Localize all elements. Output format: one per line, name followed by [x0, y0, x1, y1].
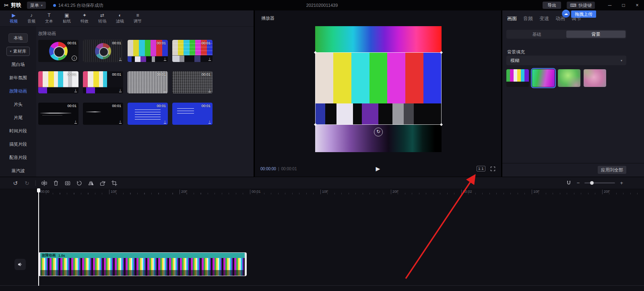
ruler-label: 00:02	[461, 190, 472, 194]
clip-selection-box[interactable]	[315, 52, 442, 125]
category-local[interactable]: 本地	[0, 31, 36, 45]
inspector-tab-audio[interactable]: 音频	[523, 15, 533, 22]
download-icon[interactable]: ↓	[74, 119, 77, 124]
subtab-basic[interactable]: 基础	[507, 31, 566, 38]
media-tab-transition[interactable]: ⇄转场	[93, 10, 111, 27]
media-item-6[interactable]: 00:01↓	[83, 71, 123, 93]
media-tab-adjust[interactable]: ≡调节	[129, 10, 147, 27]
media-item-1[interactable]: 00:01↓	[38, 40, 78, 62]
media-tab-label: 特效	[80, 19, 89, 24]
download-icon[interactable]: ↓	[119, 88, 122, 92]
media-item-2[interactable]: 00:01↓	[83, 40, 123, 62]
clip-name: 故障动画	[42, 253, 56, 258]
category-outro[interactable]: 片尾	[0, 111, 36, 124]
delete-icon[interactable]	[53, 180, 59, 186]
inspector-tab-picture[interactable]: 画面	[507, 15, 517, 22]
fill-swatch-4[interactable]	[584, 69, 606, 87]
download-icon[interactable]: ↓	[164, 119, 167, 124]
close-button[interactable]: ×	[630, 2, 644, 8]
inspector-tab-speed[interactable]: 变速	[539, 15, 549, 22]
category-intro[interactable]: 片头	[0, 98, 36, 111]
shortcuts-button[interactable]: ⌨ 快捷键	[567, 2, 595, 9]
category-pill: ▾素材库	[6, 47, 29, 56]
media-item-3[interactable]: 00:01↓	[128, 40, 168, 62]
inspector-subtabs: 基础背景	[506, 30, 626, 39]
subtab-background[interactable]: 背景	[566, 31, 625, 38]
download-icon[interactable]: ↓	[164, 56, 167, 61]
category-dub-clip[interactable]: 配音片段	[0, 151, 36, 164]
download-icon[interactable]: ↓	[208, 119, 211, 124]
category-glitch[interactable]: 故障动画	[0, 85, 36, 98]
player-title: 播放器	[261, 15, 275, 21]
fill-swatch-3[interactable]	[558, 69, 580, 87]
reverse-icon[interactable]	[76, 180, 83, 186]
media-tab-filter[interactable]: ◐滤镜	[111, 10, 129, 27]
rotate-icon[interactable]	[99, 180, 106, 186]
track-mute-button[interactable]	[14, 259, 26, 270]
split-icon[interactable]	[41, 180, 47, 186]
play-button[interactable]: ▶	[376, 165, 380, 172]
duration-badge: 00:01	[157, 72, 166, 76]
media-item-5[interactable]: 00:01↓	[38, 71, 78, 93]
download-icon[interactable]: ↓	[72, 56, 77, 61]
download-icon[interactable]: ↓	[119, 119, 122, 124]
media-tab-audio[interactable]: ♪音频	[23, 10, 40, 27]
media-item-8[interactable]: 00:01↓	[172, 71, 213, 93]
category-funny-clip[interactable]: 搞笑片段	[0, 138, 36, 151]
category-vaporwave[interactable]: 蒸汽波	[0, 164, 36, 177]
autosave-dot-icon	[53, 4, 56, 7]
preview-canvas[interactable]: ↻	[315, 26, 442, 152]
redo-icon[interactable]: ↻	[24, 180, 30, 186]
apply-to-all-button[interactable]: 应用到全部	[598, 166, 626, 174]
media-item-9[interactable]: 00:01↓	[38, 103, 78, 125]
snap-icon[interactable]	[566, 180, 572, 186]
media-tab-sticker[interactable]: ▣贴纸	[58, 10, 76, 27]
category-library[interactable]: ▾素材库	[0, 45, 36, 58]
fill-mode-select[interactable]: 模糊 ▾	[506, 56, 626, 65]
playhead[interactable]	[38, 188, 39, 286]
caret-down-icon: ▾	[10, 50, 11, 53]
media-item-7[interactable]: 00:01↓	[128, 71, 168, 93]
download-icon[interactable]: ↓	[74, 88, 77, 92]
freeze-frame-icon[interactable]	[64, 180, 71, 186]
media-tab-label: 视频	[10, 19, 18, 24]
resize-handle[interactable]	[440, 51, 443, 54]
category-time-clip[interactable]: 时间片段	[0, 124, 36, 138]
download-icon[interactable]: ↓	[164, 88, 167, 92]
background-fill-label: 背景填充	[507, 49, 525, 55]
zoom-slider[interactable]	[584, 182, 615, 184]
aspect-ratio-button[interactable]: 1:1	[477, 166, 485, 171]
media-tab-effect[interactable]: ✦特效	[76, 10, 93, 27]
media-tab-video[interactable]: ▶视频	[5, 10, 23, 27]
zoom-slider-handle[interactable]	[590, 181, 594, 185]
media-tab-text[interactable]: T文本	[40, 10, 58, 27]
media-item-10[interactable]: 00:01↓	[83, 103, 123, 125]
export-button[interactable]: 导出	[543, 2, 561, 9]
time-ruler[interactable]: 00:0010F20F00:0110F20F00:0210F20F	[0, 189, 644, 195]
mirror-icon[interactable]	[88, 180, 94, 186]
minimize-button[interactable]: ─	[603, 2, 617, 8]
drag-upload-tooltip: 拖拽上传	[571, 10, 596, 18]
crop-icon[interactable]	[111, 180, 118, 186]
download-icon[interactable]: ↓	[208, 56, 211, 61]
media-item-4[interactable]: 00:01↓	[172, 40, 213, 62]
category-new-year[interactable]: 新年氛围	[0, 71, 36, 85]
category-pill: 本地	[8, 33, 28, 43]
zoom-out-icon[interactable]: −	[577, 180, 580, 186]
category-black-white[interactable]: 黑白场	[0, 58, 36, 71]
timeline-clip[interactable]: 故障动画 1.0s	[38, 252, 247, 276]
maximize-button[interactable]: □	[617, 2, 630, 8]
fullscreen-icon[interactable]	[490, 166, 495, 171]
download-icon[interactable]: ↓	[119, 56, 122, 61]
download-icon[interactable]: ↓	[208, 88, 211, 92]
duration-badge: 00:01	[201, 72, 211, 76]
ruler-label: 10F	[109, 190, 117, 194]
menu-button[interactable]: 菜单 ▾	[27, 2, 46, 9]
media-item-11[interactable]: 00:01↓	[128, 103, 168, 125]
inspector-tab-bar: 画面音频变速动画调节	[507, 15, 581, 22]
fill-swatch-2[interactable]	[532, 69, 555, 87]
fill-swatch-1[interactable]	[506, 69, 529, 87]
zoom-in-icon[interactable]: +	[620, 180, 623, 186]
undo-icon[interactable]: ↺	[12, 180, 19, 186]
media-item-12[interactable]: 00:01↓	[172, 103, 213, 125]
